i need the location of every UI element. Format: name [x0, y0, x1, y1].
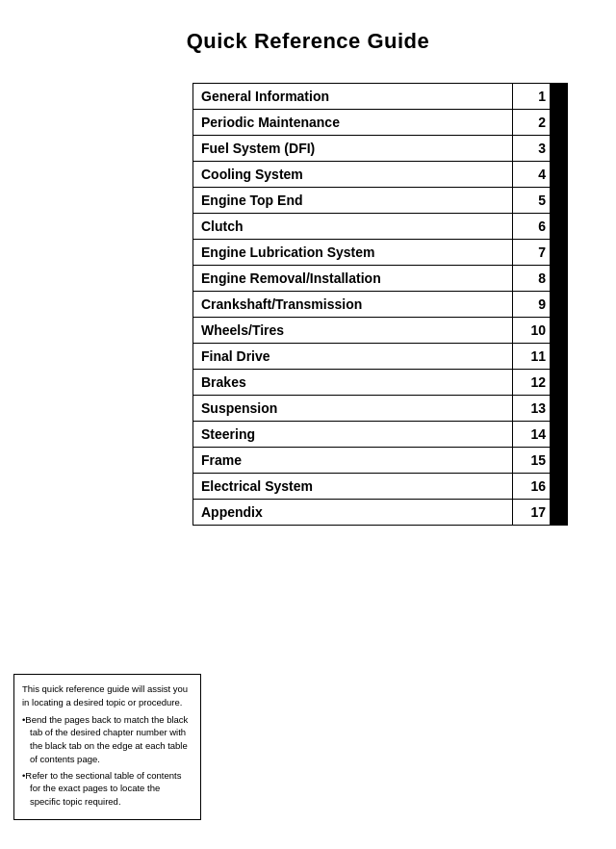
toc-label: Frame	[193, 448, 513, 473]
toc-label: Engine Lubrication System	[193, 240, 513, 265]
toc-number: 14	[513, 422, 550, 447]
toc-label: Brakes	[193, 370, 513, 395]
page-title: Quick Reference Guide	[19, 29, 597, 54]
toc-row: Steering14	[192, 421, 568, 448]
toc-number: 4	[513, 162, 550, 187]
footnote-bullet1: •Bend the pages back to match the black …	[22, 713, 192, 766]
toc-black-tab	[550, 448, 567, 473]
toc-label: Wheels/Tires	[193, 318, 513, 343]
toc-black-tab	[550, 240, 567, 265]
toc-black-tab	[550, 162, 567, 187]
footnote-box: This quick reference guide will assist y…	[13, 674, 201, 820]
toc-black-tab	[550, 396, 567, 421]
toc-black-tab	[550, 318, 567, 343]
toc-label: Crankshaft/Transmission	[193, 292, 513, 317]
toc-black-tab	[550, 136, 567, 161]
toc-number: 17	[513, 500, 550, 525]
toc-row: Crankshaft/Transmission9	[192, 291, 568, 318]
toc-label: Fuel System (DFI)	[193, 136, 513, 161]
toc-black-tab	[550, 110, 567, 135]
toc-black-tab	[550, 344, 567, 369]
toc-row: Electrical System16	[192, 473, 568, 500]
toc-row: Final Drive11	[192, 343, 568, 370]
toc-row: Suspension13	[192, 395, 568, 422]
toc-label: Clutch	[193, 214, 513, 239]
toc-black-tab	[550, 266, 567, 291]
toc-table: General Information1Periodic Maintenance…	[192, 83, 568, 525]
toc-number: 13	[513, 396, 550, 421]
toc-row: Clutch6	[192, 213, 568, 240]
toc-label: Suspension	[193, 396, 513, 421]
toc-number: 9	[513, 292, 550, 317]
toc-number: 1	[513, 84, 550, 109]
toc-row: Frame15	[192, 447, 568, 474]
toc-label: Engine Removal/Installation	[193, 266, 513, 291]
toc-row: Appendix17	[192, 499, 568, 526]
toc-black-tab	[550, 422, 567, 447]
toc-row: Wheels/Tires10	[192, 317, 568, 344]
toc-label: Final Drive	[193, 344, 513, 369]
footnote-bullet2: •Refer to the sectional table of content…	[22, 769, 192, 809]
toc-number: 10	[513, 318, 550, 343]
toc-number: 11	[513, 344, 550, 369]
toc-row: Fuel System (DFI)3	[192, 135, 568, 162]
toc-number: 12	[513, 370, 550, 395]
toc-row: Periodic Maintenance2	[192, 109, 568, 136]
toc-number: 15	[513, 448, 550, 473]
footnote-intro: This quick reference guide will assist y…	[22, 682, 192, 709]
toc-number: 2	[513, 110, 550, 135]
toc-row: Engine Removal/Installation8	[192, 265, 568, 292]
toc-row: Engine Top End5	[192, 187, 568, 214]
toc-black-tab	[550, 474, 567, 499]
toc-black-tab	[550, 214, 567, 239]
toc-container: General Information1Periodic Maintenance…	[19, 83, 597, 525]
toc-label: Steering	[193, 422, 513, 447]
toc-label: General Information	[193, 84, 513, 109]
toc-label: Appendix	[193, 500, 513, 525]
toc-row: General Information1	[192, 83, 568, 110]
toc-row: Brakes12	[192, 369, 568, 396]
toc-number: 5	[513, 188, 550, 213]
toc-label: Electrical System	[193, 474, 513, 499]
toc-black-tab	[550, 188, 567, 213]
toc-row: Cooling System4	[192, 161, 568, 188]
toc-black-tab	[550, 370, 567, 395]
toc-row: Engine Lubrication System7	[192, 239, 568, 266]
toc-number: 8	[513, 266, 550, 291]
toc-black-tab	[550, 292, 567, 317]
toc-black-tab	[550, 84, 567, 109]
toc-label: Cooling System	[193, 162, 513, 187]
toc-number: 16	[513, 474, 550, 499]
toc-number: 3	[513, 136, 550, 161]
toc-number: 7	[513, 240, 550, 265]
toc-black-tab	[550, 500, 567, 525]
toc-label: Periodic Maintenance	[193, 110, 513, 135]
toc-number: 6	[513, 214, 550, 239]
toc-label: Engine Top End	[193, 188, 513, 213]
